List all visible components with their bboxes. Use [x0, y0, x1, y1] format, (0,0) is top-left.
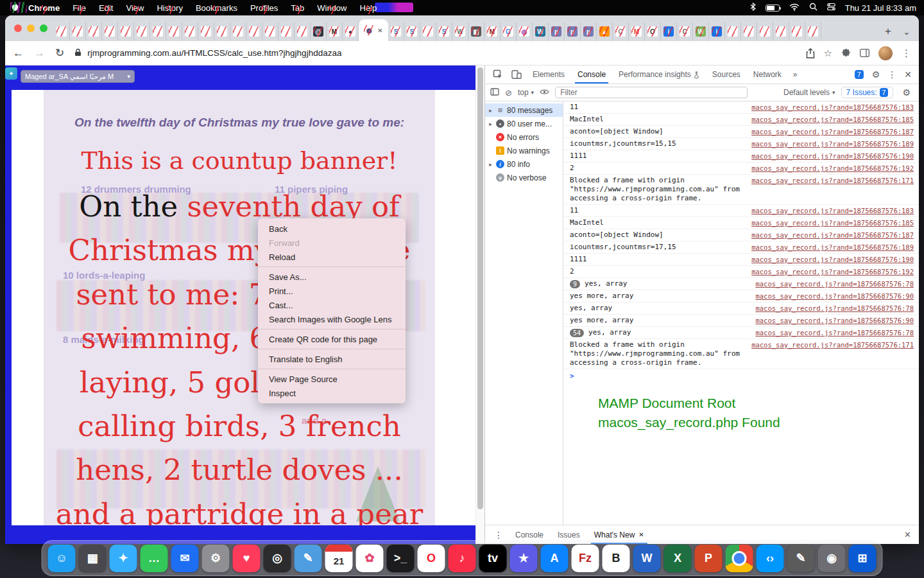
console-source-link[interactable]: macos_say_record.js?rand=18756687576:78 — [755, 304, 914, 313]
browser-tab[interactable]: ✕ — [198, 22, 214, 41]
dock-icon[interactable]: >_ — [387, 545, 415, 572]
context-menu-item[interactable]: Forward — [258, 236, 406, 250]
console-source-link[interactable]: macos_say_record.js?rand=18756687576:183 — [751, 103, 914, 112]
dock-icon[interactable]: tv — [479, 545, 507, 572]
browser-tab[interactable]: ✕ — [134, 22, 150, 41]
browser-tab[interactable]: S ✕ — [388, 22, 404, 41]
menu-item[interactable]: Profiles — [244, 3, 284, 13]
browser-tab[interactable]: M ✕ — [327, 22, 343, 41]
menu-item[interactable]: Chrome — [22, 3, 66, 13]
issues-button[interactable]: 7 Issues:7 — [841, 87, 894, 98]
browser-tab[interactable]: ✕ — [118, 22, 134, 41]
dock-icon[interactable]: ⊞ — [849, 545, 877, 572]
browser-tab[interactable]: M ✕ — [629, 22, 645, 41]
dock-icon[interactable]: W — [633, 545, 661, 572]
context-menu-item[interactable]: Create QR code for this page — [258, 329, 406, 346]
console-source-link[interactable]: macos_say_record.js?rand=18756687576:78 — [755, 279, 914, 288]
console-sidebar-item[interactable]: ▸ 80 info — [485, 157, 563, 171]
browser-tab[interactable]: ✕ — [150, 22, 166, 41]
menu-item[interactable]: Bookmarks — [189, 3, 244, 13]
console-source-link[interactable]: macos_say_record.js?rand=18756687576:185 — [751, 115, 914, 124]
console-source-link[interactable]: macos_say_record.js?rand=18756687576:78 — [755, 328, 914, 337]
browser-tab[interactable]: W ✕ — [452, 22, 468, 41]
browser-tab[interactable]: ✕ — [214, 22, 230, 41]
browser-tab[interactable]: p ✕ — [565, 22, 581, 41]
console-source-link[interactable]: macos_say_record.js?rand=18756687576:192 — [751, 164, 914, 173]
console-sidebar-item[interactable]: ▸ 80 user me... — [485, 117, 563, 130]
side-panel-icon[interactable] — [860, 49, 869, 57]
browser-tab[interactable]: ✕ — [54, 22, 70, 41]
disclosure-triangle-icon[interactable]: ▸ — [488, 107, 493, 114]
context-menu-item[interactable]: Inspect — [258, 386, 406, 400]
share-icon[interactable] — [806, 48, 815, 58]
browser-tab[interactable]: W ✕ — [533, 22, 549, 41]
browser-tab[interactable]: ✕ — [805, 22, 821, 41]
dock-icon[interactable]: ★ — [510, 545, 538, 572]
console-filter-input[interactable] — [555, 87, 748, 98]
dock-icon[interactable]: Fz — [572, 545, 599, 572]
reload-button[interactable]: ↻ — [55, 46, 64, 60]
dock-icon[interactable]: ♥ — [233, 545, 261, 572]
dock-icon[interactable]: X — [664, 545, 692, 572]
clear-console-icon[interactable]: ⊘ — [505, 88, 512, 98]
minimize-window-button[interactable] — [27, 24, 35, 32]
console-source-link[interactable]: macos_say_record.js?rand=18756687576:183 — [751, 206, 914, 215]
browser-tab[interactable]: W ✕ — [693, 22, 709, 41]
browser-tab[interactable]: ◧ ✕ — [468, 22, 484, 41]
browser-tab[interactable]: ✕ — [166, 22, 182, 41]
console-source-link[interactable]: macos_say_record.js?rand=18756687576:90 — [755, 316, 914, 325]
console-source-link[interactable]: macos_say_record.js?rand=18756687576:90 — [755, 292, 914, 301]
browser-tab[interactable]: ✕ — [246, 22, 262, 41]
inspect-element-icon[interactable] — [489, 67, 506, 82]
zoom-window-button[interactable] — [40, 24, 47, 32]
console-source-link[interactable]: macos_say_record.js?rand=18756687576:187 — [751, 231, 914, 240]
padlock-icon[interactable] — [74, 48, 81, 58]
browser-tab[interactable]: i ✕ — [709, 22, 725, 41]
browser-tab[interactable]: C ✕ — [613, 22, 629, 41]
forward-button[interactable]: → — [34, 47, 45, 60]
dock-icon[interactable]: A — [541, 545, 569, 572]
drawer-close-icon[interactable]: ✕ — [902, 530, 914, 539]
extensions-puzzle-icon[interactable] — [841, 48, 851, 58]
page-scrollbar[interactable] — [475, 66, 484, 544]
browser-tab[interactable]: ▲ ✕ — [597, 22, 613, 41]
console-source-link[interactable]: macos_say_record.js?rand=18756687576:189 — [751, 243, 914, 252]
browser-tab[interactable]: p ✕ — [581, 22, 597, 41]
language-select[interactable]: Maged ar_SA مرحبًا اسمي M ▾ — [21, 70, 135, 83]
javascript-context-dropdown[interactable]: top▾ — [518, 88, 534, 97]
browser-tab[interactable]: ✕ — [70, 22, 86, 41]
issues-counter[interactable]: 7 — [855, 70, 864, 79]
console-source-link[interactable]: macos_say_record.js?rand=18756687576:192 — [751, 267, 914, 276]
browser-tab[interactable]: ✕ — [420, 22, 436, 41]
dock-icon[interactable]: … — [141, 545, 168, 572]
dock-icon[interactable]: B — [603, 545, 630, 572]
dock-icon[interactable]: ▦ — [79, 545, 107, 572]
context-menu-item[interactable]: Print... — [258, 284, 406, 298]
console-source-link[interactable]: macos_say_record.js?rand=18756687576:185 — [751, 218, 914, 227]
browser-tab[interactable]: ✕ — [741, 22, 757, 41]
dock-icon[interactable]: ♪ — [449, 545, 476, 572]
devtools-close-icon[interactable]: ✕ — [901, 69, 915, 80]
devtools-settings-gear-icon[interactable]: ⚙ — [869, 69, 884, 80]
device-toolbar-icon[interactable] — [508, 67, 525, 82]
browser-tab[interactable]: S ✕ — [436, 22, 452, 41]
context-menu-item[interactable]: Back — [258, 222, 406, 236]
browser-tab[interactable]: M ✕ — [484, 22, 501, 41]
devtools-tab[interactable]: Performance insights — [612, 66, 706, 83]
scrollbar-thumb[interactable] — [477, 67, 483, 509]
dock-icon[interactable]: ◎ — [264, 545, 291, 572]
browser-tab[interactable]: ✕ — [278, 22, 295, 41]
back-button[interactable]: ← — [13, 47, 24, 60]
browser-tab[interactable]: ✕ — [295, 22, 311, 41]
console-source-link[interactable]: macos_say_record.js?rand=18756687576:190 — [751, 152, 914, 161]
bookmark-star-icon[interactable]: ☆ — [824, 48, 832, 59]
console-sidebar-item[interactable]: No warnings — [485, 144, 563, 157]
dock-icon[interactable]: P — [695, 545, 723, 572]
browser-menu-kebab-icon[interactable]: ⋮ — [902, 48, 911, 59]
drawer-kebab-icon[interactable]: ⋮ — [490, 530, 507, 540]
wifi-icon[interactable] — [789, 3, 800, 13]
console-sidebar-item[interactable]: No verbose — [485, 171, 563, 184]
dock-icon[interactable]: ⚙ — [202, 545, 230, 572]
devtools-kebab-icon[interactable]: ⋮ — [884, 69, 900, 80]
dock-icon[interactable]: ☺ — [48, 545, 76, 572]
